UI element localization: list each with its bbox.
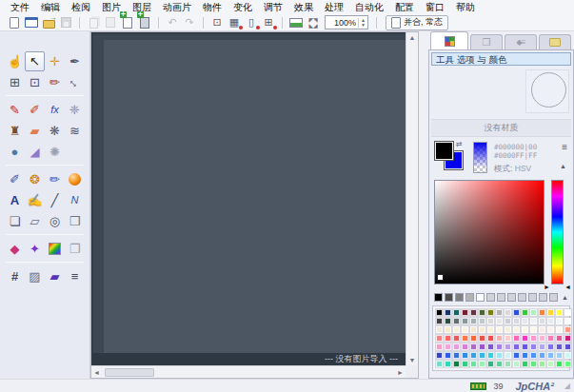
palette-swatch[interactable] <box>462 335 468 342</box>
import-image-button[interactable] <box>119 15 136 30</box>
palette-swatch[interactable] <box>496 361 503 367</box>
mesh-warp-tool[interactable]: ▨ <box>25 266 45 286</box>
palette-swatch[interactable] <box>556 326 563 333</box>
water-drop-tool[interactable]: ● <box>5 142 25 162</box>
palette-swatch[interactable] <box>470 309 477 316</box>
palette-collapse-icon[interactable]: ▲ <box>562 294 568 301</box>
magic-color-tool[interactable]: ✦ <box>25 239 45 259</box>
palette-swatch[interactable] <box>513 326 520 333</box>
zoom-down-icon[interactable]: ▼ <box>361 23 366 28</box>
palette-swatch[interactable] <box>479 318 485 324</box>
palette-swatch[interactable] <box>556 309 563 316</box>
palette-swatch[interactable] <box>505 335 511 342</box>
text-tool[interactable]: A <box>5 190 25 210</box>
vertical-scrollbar[interactable]: ▲ ▼ <box>406 32 418 365</box>
palette-swatch[interactable] <box>564 343 571 350</box>
palette-swatch[interactable] <box>445 318 451 324</box>
menu-item-12[interactable]: 配置 <box>389 0 420 15</box>
palette-swatch[interactable] <box>496 326 503 333</box>
palette-swatch[interactable] <box>436 335 443 342</box>
palette-swatch[interactable] <box>436 318 443 324</box>
grayscale-swatch[interactable] <box>455 293 464 302</box>
palette-swatch[interactable] <box>522 309 528 316</box>
tab-tool-options-colors[interactable] <box>430 31 468 49</box>
palette-swatch[interactable] <box>513 309 520 316</box>
palette-tool[interactable]: ❂ <box>25 169 45 189</box>
tab-list[interactable]: ◆≡ <box>505 34 537 49</box>
menu-item-13[interactable]: 窗口 <box>420 0 450 15</box>
airbrush-tool[interactable]: ❋ <box>45 121 65 141</box>
palette-swatch[interactable] <box>513 335 520 342</box>
palette-swatch[interactable] <box>547 326 554 333</box>
palette-swatch[interactable] <box>453 335 460 342</box>
palette-swatch[interactable] <box>547 309 554 316</box>
line-tool[interactable]: ╱ <box>45 190 65 210</box>
palette-swatch[interactable] <box>479 352 485 359</box>
palette-swatch[interactable] <box>445 335 451 342</box>
palette-swatch[interactable] <box>453 361 460 367</box>
palette-swatch[interactable] <box>522 318 528 324</box>
palette-swatch[interactable] <box>547 361 554 367</box>
palette-swatch[interactable] <box>564 352 571 359</box>
adjust-sliders-tool[interactable]: ≡ <box>65 266 85 286</box>
brush-tool[interactable]: ✐ <box>25 100 45 120</box>
new-window-button[interactable] <box>23 15 40 30</box>
palette-swatch[interactable] <box>462 318 468 324</box>
fx-pen-tool[interactable]: fx <box>45 100 65 120</box>
page-settings-button[interactable]: ▯ <box>243 15 260 30</box>
canvas-workspace[interactable]: --- 没有图片导入 --- <box>91 32 406 365</box>
menu-item-0[interactable]: 文件 <box>5 0 35 15</box>
grayscale-swatch[interactable] <box>434 293 443 302</box>
palette-swatch[interactable] <box>453 326 460 333</box>
palette-swatch[interactable] <box>564 326 571 333</box>
palette-swatch[interactable] <box>445 309 451 316</box>
grayscale-swatch[interactable] <box>497 293 505 302</box>
palette-swatch[interactable] <box>462 352 468 359</box>
grayscale-swatch[interactable] <box>539 293 547 302</box>
palette-swatch[interactable] <box>487 309 494 316</box>
clone-stamp-tool[interactable]: ♜ <box>5 121 25 141</box>
palette-swatch[interactable] <box>556 361 563 367</box>
curve-tool[interactable]: N <box>65 190 85 210</box>
canvas[interactable] <box>104 40 406 353</box>
fine-brush-tool[interactable]: ✐ <box>5 169 25 189</box>
palette-swatch[interactable] <box>505 343 511 350</box>
palette-swatch[interactable] <box>556 352 563 359</box>
grayscale-swatch[interactable] <box>528 293 537 302</box>
palette-swatch[interactable] <box>445 343 451 350</box>
palette-swatch[interactable] <box>436 352 443 359</box>
palette-swatch[interactable] <box>530 326 537 333</box>
crop-tool[interactable]: ⊡ <box>25 72 45 92</box>
polygon-tool[interactable]: ▱ <box>25 211 45 231</box>
scroll-left-icon[interactable]: ◄ <box>91 367 102 378</box>
palette-swatch[interactable] <box>513 361 520 367</box>
window-arrange-button[interactable]: ⊞ <box>260 15 277 30</box>
horizontal-scrollbar[interactable]: ◄ ► <box>91 365 406 378</box>
shape-tool[interactable]: ❏ <box>5 211 25 231</box>
palette-swatch[interactable] <box>522 326 528 333</box>
palette-swatch[interactable] <box>496 352 503 359</box>
palette-swatch[interactable] <box>522 335 528 342</box>
fullscreen-button[interactable] <box>305 15 322 30</box>
hue-slider[interactable] <box>551 180 564 284</box>
move-tool[interactable]: ✛ <box>45 51 65 71</box>
palette-swatch[interactable] <box>445 361 451 367</box>
palette-swatch[interactable] <box>564 335 571 342</box>
menu-item-14[interactable]: 帮助 <box>450 0 481 15</box>
grayscale-swatch[interactable] <box>476 293 485 302</box>
palette-swatch[interactable] <box>470 361 477 367</box>
arrow-select-tool[interactable]: ↖ <box>25 51 45 71</box>
palette-swatch[interactable] <box>436 309 443 316</box>
palette-swatch[interactable] <box>530 309 537 316</box>
layer-mode-button[interactable]: 并合, 常态 <box>386 15 448 30</box>
palette-swatch[interactable] <box>564 309 571 316</box>
palette-swatch[interactable] <box>470 318 477 324</box>
palette-swatch[interactable] <box>530 343 537 350</box>
alpha-gradient-bar[interactable] <box>473 142 487 173</box>
palette-swatch[interactable] <box>539 335 545 342</box>
palette-swatch[interactable] <box>547 318 554 324</box>
layer-mask-tool[interactable]: ❐ <box>65 239 85 259</box>
zoom-spinner[interactable]: ▲▼ <box>358 18 367 28</box>
palette-swatch[interactable] <box>513 343 520 350</box>
palette-swatch[interactable] <box>470 343 477 350</box>
